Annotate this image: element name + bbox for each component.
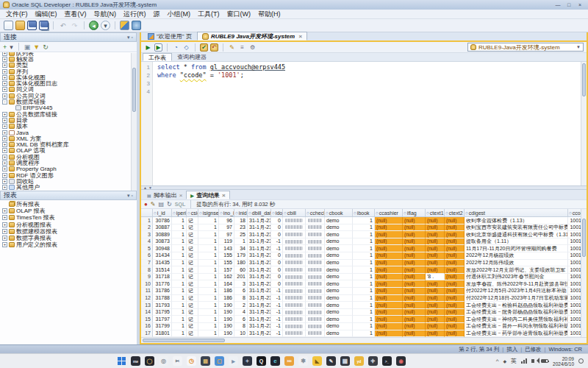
- column-header-csign[interactable]: ◇csign: [187, 209, 198, 216]
- cell-dbill_date[interactable]: 31-1月-23: [248, 224, 271, 232]
- cell-csign[interactable]: 记: [187, 280, 198, 288]
- cell-ctext1[interactable]: (null): [426, 302, 445, 309]
- expander-icon[interactable]: +: [2, 136, 7, 141]
- cell-csign[interactable]: 记: [187, 224, 198, 232]
- cell-csign[interactable]: 记: [187, 245, 198, 252]
- cell-ino_id[interactable]: 190: [219, 309, 234, 316]
- cell-cbook[interactable]: demo: [325, 309, 353, 316]
- cell-cdigest[interactable]: 工会经费支出－药学部牛迪青领取福利补助费: [465, 330, 568, 338]
- editor-tab[interactable]: RUBLE9 Java开发环境-system×: [197, 32, 307, 40]
- maximize-button[interactable]: □: [564, 1, 574, 9]
- menu-item[interactable]: 编辑(E): [32, 10, 61, 19]
- expander-icon[interactable]: +: [2, 185, 7, 190]
- explain-plan-button[interactable]: ◇: [182, 43, 190, 52]
- sql-editor[interactable]: 1234 select * from gl_accvouch@erpsv445w…: [141, 62, 587, 185]
- cell-ibook[interactable]: 1: [353, 280, 375, 288]
- cell-ino_id[interactable]: 143: [219, 245, 234, 252]
- youdao-app[interactable]: yd: [354, 356, 364, 366]
- cell-iperiod[interactable]: 1: [172, 309, 187, 316]
- grid-horizontal-scrollbar[interactable]: [141, 337, 587, 343]
- cell-rownum[interactable]: 10: [141, 280, 153, 288]
- cell-dbill_date[interactable]: 31-1月-23: [248, 217, 271, 224]
- cell-inid[interactable]: 6: [234, 316, 248, 323]
- cell-cbill[interactable]: [283, 302, 306, 309]
- cell-idoc[interactable]: -1: [271, 302, 283, 309]
- cell-idoc[interactable]: -1: [271, 245, 283, 252]
- cell-ccashier[interactable]: (null): [375, 217, 403, 224]
- cell-idoc[interactable]: -1: [271, 238, 283, 246]
- cell-cdigest[interactable]: 付退休职工刘伟2023年春节慰问金: [465, 274, 568, 281]
- cell-rownum[interactable]: 7: [141, 260, 153, 267]
- menu-item[interactable]: 查看(V): [61, 10, 90, 19]
- cell-dbill_date[interactable]: 31-1月-23: [248, 302, 271, 309]
- cell-ctext2[interactable]: (null): [445, 302, 465, 309]
- cell-ccheck[interactable]: [306, 309, 325, 316]
- cell-ctext1[interactable]: (null): [426, 295, 445, 302]
- expander-icon[interactable]: +: [2, 166, 7, 171]
- cell-i_id[interactable]: 30887: [153, 224, 172, 232]
- cell-ccheck[interactable]: [306, 280, 325, 288]
- subtab-query-builder[interactable]: 查询构建器: [172, 53, 212, 61]
- expander-icon[interactable]: -: [2, 99, 7, 105]
- cell-cdigest[interactable]: 收到宝西市安装建筑安装有限责任公司中标费（1.30）: [465, 224, 568, 232]
- cell-ibook[interactable]: 1: [353, 323, 375, 330]
- cell-ccashier[interactable]: (null): [375, 288, 403, 295]
- cell-cbook[interactable]: demo: [325, 316, 353, 323]
- volume-icon[interactable]: [531, 359, 534, 363]
- cell-csign[interactable]: 记: [187, 295, 198, 302]
- cell-cbook[interactable]: demo: [325, 295, 353, 302]
- media-app[interactable]: ◯: [145, 356, 154, 366]
- expander-icon[interactable]: +: [2, 63, 7, 68]
- cell-inid[interactable]: 10: [234, 330, 248, 338]
- cell-cbill[interactable]: [283, 245, 306, 252]
- cell-ccheck[interactable]: [306, 288, 325, 295]
- cell-cdigest[interactable]: 工会经费支出－神经内二科吴佳慧领取福利补助费: [465, 316, 568, 323]
- me-app[interactable]: me: [131, 356, 140, 366]
- expander-icon[interactable]: +: [2, 124, 7, 129]
- cell-ibook[interactable]: 1: [353, 245, 375, 252]
- expander-icon[interactable]: +: [2, 93, 7, 99]
- cell-cbill[interactable]: [283, 252, 306, 260]
- cell-ccheck[interactable]: [306, 323, 325, 330]
- close-icon[interactable]: ×: [222, 192, 226, 199]
- cell-ccashier[interactable]: (null): [375, 280, 403, 288]
- cell-cbill[interactable]: [283, 266, 306, 274]
- cell-inid[interactable]: 34: [234, 245, 248, 252]
- cell-cbook[interactable]: demo: [325, 323, 353, 330]
- cell-rownum[interactable]: 6: [141, 252, 153, 260]
- cell-rownum[interactable]: 8: [141, 266, 153, 274]
- cell-ibook[interactable]: 1: [353, 274, 375, 281]
- cell-cbill[interactable]: [283, 274, 306, 281]
- cell-ccashier[interactable]: (null): [375, 309, 403, 316]
- payment-app[interactable]: ▤: [201, 356, 210, 366]
- cell-iflag[interactable]: (null): [403, 288, 426, 295]
- cell-ccheck[interactable]: [306, 252, 325, 260]
- cell-isignseq[interactable]: 1: [198, 274, 219, 281]
- cell-csign[interactable]: 记: [187, 316, 198, 323]
- cell-ctext2[interactable]: (null): [445, 260, 465, 267]
- cell-ctext2[interactable]: (null): [445, 231, 465, 238]
- cell-inid[interactable]: 8: [234, 323, 248, 330]
- cell-cbill[interactable]: [283, 280, 306, 288]
- column-header-ino_id[interactable]: ◇ino_id: [219, 209, 234, 216]
- expander-icon[interactable]: +: [2, 179, 7, 184]
- column-header-ibook[interactable]: ◇ibook: [353, 209, 375, 216]
- cell-iflag[interactable]: (null): [403, 266, 426, 274]
- add-connection-button[interactable]: +: [3, 43, 7, 51]
- menu-item[interactable]: 运行(R): [120, 10, 150, 19]
- cell-dbill_date[interactable]: 31-1月-23: [248, 323, 271, 330]
- panel-float-button[interactable]: ▫: [132, 193, 133, 199]
- cell-isignseq[interactable]: 1: [198, 280, 219, 288]
- cell-dbill_date[interactable]: 31-1月-23: [248, 295, 271, 302]
- cell-ino_id[interactable]: 96: [219, 217, 234, 224]
- qq-app[interactable]: Q: [257, 356, 266, 366]
- cell-rownum[interactable]: 17: [141, 330, 153, 338]
- cell-iflag[interactable]: (null): [403, 245, 426, 252]
- cell-i_id[interactable]: 31799: [153, 323, 172, 330]
- cell-cbook[interactable]: demo: [325, 274, 353, 281]
- cell-iperiod[interactable]: 1: [172, 280, 187, 288]
- cell-ccashier[interactable]: (null): [375, 295, 403, 302]
- cell-cbook[interactable]: demo: [325, 231, 353, 238]
- cell-idoc[interactable]: 0: [271, 224, 283, 232]
- cell-cbill[interactable]: [283, 316, 306, 323]
